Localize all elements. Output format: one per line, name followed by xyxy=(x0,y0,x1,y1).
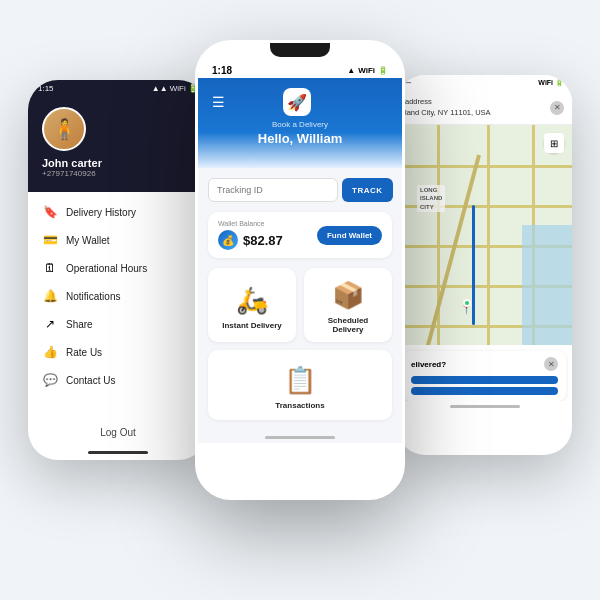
notch-inner xyxy=(270,43,330,57)
left-phone: 1:15 ▲▲ WiFi 🔋 🧍 John carter +2797174092… xyxy=(28,80,208,460)
package-clock-icon: 📦 xyxy=(332,280,364,311)
instant-delivery-card[interactable]: 🛵 Instant Delivery xyxy=(208,268,296,342)
bookmark-icon: 🔖 xyxy=(42,205,58,219)
scheduled-delivery-card[interactable]: 📦 Scheduled Delivery xyxy=(304,268,392,342)
right-status-bar: ··· WiFi 🔋 xyxy=(397,75,572,91)
left-status-bar: 1:15 ▲▲ WiFi 🔋 xyxy=(28,80,208,97)
service-grid: 🛵 Instant Delivery 📦 Scheduled Delivery xyxy=(208,268,392,342)
left-time: 1:15 xyxy=(38,84,54,93)
instant-delivery-label: Instant Delivery xyxy=(222,321,282,330)
menu-item-notifications[interactable]: 🔔 Notifications xyxy=(28,282,208,310)
menu-label: Delivery History xyxy=(66,207,136,218)
map-button[interactable]: ⊞ xyxy=(544,133,564,153)
menu-item-operational-hours[interactable]: 🗓 Operational Hours xyxy=(28,254,208,282)
hero-greeting: Hello, William xyxy=(212,131,388,146)
wallet-amount-row: 💰 $82.87 xyxy=(218,230,283,250)
address-text: address land City, NY 11101, USA xyxy=(405,97,491,118)
track-row: TRACK xyxy=(208,178,392,202)
menu-label: Share xyxy=(66,319,93,330)
user-phone: +27971740926 xyxy=(42,169,96,178)
track-button[interactable]: TRACK xyxy=(342,178,393,202)
bell-icon: 🔔 xyxy=(42,289,58,303)
home-bar xyxy=(265,436,335,439)
center-time: 1:18 xyxy=(212,65,232,76)
menu-item-delivery-history[interactable]: 🔖 Delivery History xyxy=(28,198,208,226)
logout-area[interactable]: Log Out xyxy=(28,422,208,440)
hamburger-icon[interactable]: ☰ xyxy=(212,94,225,110)
hero-section: ☰ 🚀 Book a Delivery Hello, William xyxy=(198,78,402,168)
right-phone: ··· WiFi 🔋 address land City, NY 11101, … xyxy=(397,75,572,455)
notch xyxy=(198,43,402,59)
road xyxy=(397,165,572,168)
wallet-amount: $82.87 xyxy=(243,233,283,248)
calendar-icon: 🗓 xyxy=(42,261,58,275)
tracking-input[interactable] xyxy=(208,178,338,202)
center-status-bar: 1:18 ▲ WiFi 🔋 xyxy=(198,59,402,78)
road xyxy=(487,125,490,345)
scheduled-delivery-label: Scheduled Delivery xyxy=(312,316,384,334)
wallet-card: Wallet Balance 💰 $82.87 Fund Wallet xyxy=(208,212,392,258)
center-body: TRACK Wallet Balance 💰 $82.87 Fund Walle… xyxy=(198,168,402,430)
address-bar: address land City, NY 11101, USA ✕ xyxy=(397,91,572,125)
wallet-label: Wallet Balance xyxy=(218,220,283,227)
clipboard-icon: 📋 xyxy=(284,365,316,396)
right-home-bar xyxy=(450,405,520,408)
app-logo: 🚀 xyxy=(283,88,311,116)
wallet-icon: 💳 xyxy=(42,233,58,247)
map-label-long-island: LONGISLANDCITY xyxy=(417,185,445,212)
menu-label: Operational Hours xyxy=(66,263,147,274)
app-subtitle: Book a Delivery xyxy=(212,120,388,129)
delivered-close-button[interactable]: ✕ xyxy=(544,357,558,371)
confirm-delivery-button[interactable] xyxy=(411,376,558,384)
address-close-button[interactable]: ✕ xyxy=(550,101,564,115)
menu-item-share[interactable]: ↗ Share xyxy=(28,310,208,338)
transactions-label: Transactions xyxy=(275,401,324,410)
status-icons: ▲ WiFi 🔋 xyxy=(347,66,388,75)
center-phone: 1:18 ▲ WiFi 🔋 ☰ 🚀 Book a Delivery Hello,… xyxy=(195,40,405,500)
center-home-indicator xyxy=(198,430,402,443)
thumbs-up-icon: 👍 xyxy=(42,345,58,359)
address-line2: land City, NY 11101, USA xyxy=(405,108,491,117)
menu-item-wallet[interactable]: 💳 My Wallet xyxy=(28,226,208,254)
home-indicator xyxy=(88,451,148,454)
delivered-header: elivered? ✕ xyxy=(411,357,558,371)
right-home-indicator xyxy=(397,401,572,412)
wallet-left: Wallet Balance 💰 $82.87 xyxy=(218,220,283,250)
menu-list: 🔖 Delivery History 💳 My Wallet 🗓 Operati… xyxy=(28,192,208,400)
water xyxy=(522,225,572,345)
user-header: 🧍 John carter +27971740926 xyxy=(28,97,208,192)
location-dot xyxy=(463,299,471,307)
user-name: John carter xyxy=(42,157,102,169)
menu-label: Rate Us xyxy=(66,347,102,358)
transactions-card[interactable]: 📋 Transactions xyxy=(208,350,392,420)
fund-wallet-button[interactable]: Fund Wallet xyxy=(317,226,382,245)
hero-top: ☰ 🚀 xyxy=(212,88,388,116)
menu-label: Contact Us xyxy=(66,375,115,386)
decline-delivery-button[interactable] xyxy=(411,387,558,395)
map-area: LONGISLANDCITY 📍 ⊕ ⊞ xyxy=(397,125,572,345)
menu-item-contact-us[interactable]: 💬 Contact Us xyxy=(28,366,208,394)
delivered-question: elivered? xyxy=(411,360,446,369)
chat-icon: 💬 xyxy=(42,373,58,387)
wallet-icon: 💰 xyxy=(218,230,238,250)
menu-label: My Wallet xyxy=(66,235,110,246)
menu-label: Notifications xyxy=(66,291,120,302)
logout-label: Log Out xyxy=(100,427,136,438)
delivered-card: elivered? ✕ xyxy=(403,351,566,401)
avatar: 🧍 xyxy=(42,107,86,151)
share-icon: ↗ xyxy=(42,317,58,331)
scooter-icon: 🛵 xyxy=(236,285,268,316)
address-line1: address xyxy=(405,97,432,106)
menu-item-rate-us[interactable]: 👍 Rate Us xyxy=(28,338,208,366)
